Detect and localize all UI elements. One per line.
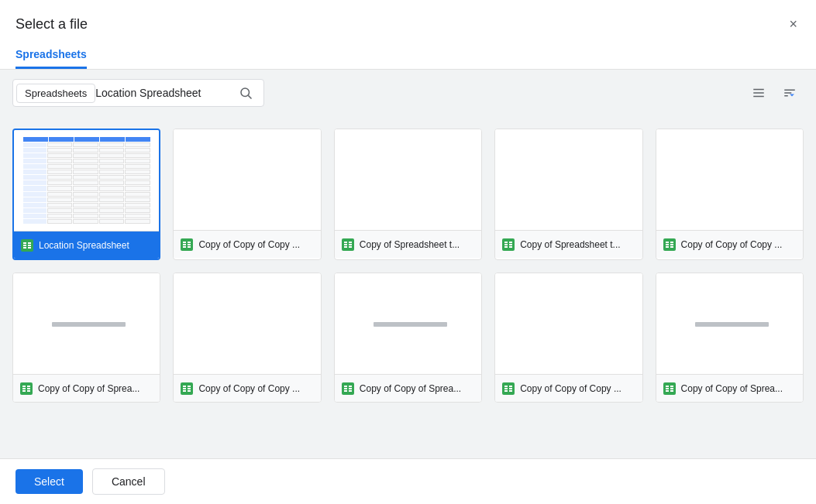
close-button[interactable]: × bbox=[786, 14, 801, 34]
file-card[interactable]: Copy of Copy of Copy ... bbox=[173, 129, 321, 260]
svg-rect-46 bbox=[27, 390, 30, 392]
file-preview bbox=[656, 129, 803, 230]
list-view-button[interactable] bbox=[745, 81, 773, 105]
file-name: Location Spreadsheet bbox=[39, 240, 129, 251]
search-bar: Spreadsheets bbox=[0, 70, 816, 116]
file-preview bbox=[13, 273, 160, 374]
file-card[interactable]: Copy of Copy of Sprea... bbox=[656, 273, 804, 403]
svg-rect-3 bbox=[753, 92, 764, 94]
svg-rect-14 bbox=[183, 244, 186, 245]
svg-rect-57 bbox=[344, 390, 347, 392]
sort-button[interactable] bbox=[776, 81, 804, 105]
svg-rect-55 bbox=[344, 386, 347, 387]
file-name: Copy of Copy of Copy ... bbox=[681, 239, 783, 250]
file-label: Copy of Copy of Sprea... bbox=[13, 374, 160, 402]
cancel-button[interactable]: Cancel bbox=[92, 468, 165, 495]
svg-rect-44 bbox=[27, 386, 30, 387]
svg-rect-68 bbox=[663, 382, 676, 395]
file-picker-dialog: Select a file × Spreadsheets Spreadsheet… bbox=[0, 0, 816, 504]
search-box: Spreadsheets bbox=[12, 79, 264, 107]
tab-spreadsheets[interactable]: Spreadsheets bbox=[15, 40, 87, 69]
file-label: Copy of Copy of Sprea... bbox=[656, 374, 803, 402]
svg-rect-64 bbox=[504, 390, 508, 392]
svg-rect-54 bbox=[342, 382, 354, 395]
file-name: Copy of Copy of Copy ... bbox=[520, 383, 621, 394]
svg-rect-15 bbox=[183, 246, 186, 248]
sheets-icon bbox=[663, 238, 677, 252]
file-label: Copy of Copy of Copy ... bbox=[174, 230, 320, 258]
svg-rect-13 bbox=[183, 242, 186, 243]
svg-rect-19 bbox=[342, 238, 354, 251]
search-button[interactable] bbox=[231, 81, 260, 105]
file-card[interactable]: Copy of Copy of Copy ... bbox=[494, 273, 642, 403]
file-preview bbox=[174, 129, 320, 230]
sort-icon bbox=[783, 86, 797, 100]
sheets-icon bbox=[19, 382, 33, 396]
content-area: Location Spreadsheet Copy of Copy of Cop… bbox=[0, 116, 816, 458]
dialog-title: Select a file bbox=[15, 16, 88, 33]
svg-rect-11 bbox=[28, 247, 31, 249]
sheets-icon bbox=[501, 382, 515, 396]
svg-rect-5 bbox=[21, 239, 33, 252]
svg-rect-47 bbox=[181, 382, 193, 395]
svg-rect-74 bbox=[670, 390, 673, 392]
file-label: Copy of Copy of Copy ... bbox=[495, 374, 642, 402]
toolbar-icons bbox=[745, 81, 804, 105]
svg-rect-25 bbox=[349, 246, 352, 248]
sheets-icon bbox=[180, 382, 194, 396]
svg-rect-56 bbox=[344, 388, 347, 389]
sheets-icon bbox=[501, 238, 515, 252]
svg-rect-6 bbox=[23, 242, 26, 244]
svg-rect-50 bbox=[183, 390, 186, 392]
svg-rect-71 bbox=[666, 390, 669, 392]
svg-rect-21 bbox=[344, 244, 347, 245]
search-input[interactable] bbox=[95, 87, 231, 99]
svg-rect-39 bbox=[670, 246, 673, 248]
svg-rect-40 bbox=[20, 382, 33, 395]
file-preview bbox=[174, 273, 320, 374]
search-icon bbox=[239, 86, 253, 100]
svg-rect-8 bbox=[23, 247, 26, 249]
svg-rect-9 bbox=[28, 242, 31, 244]
sheets-icon bbox=[180, 238, 194, 252]
file-card[interactable]: Copy of Spreadsheet t... bbox=[494, 129, 642, 260]
svg-rect-62 bbox=[504, 386, 508, 387]
dialog-header: Select a file × bbox=[0, 0, 816, 34]
svg-rect-63 bbox=[504, 388, 508, 389]
svg-rect-26 bbox=[502, 238, 515, 251]
file-card[interactable]: Copy of Copy of Copy ... bbox=[656, 129, 804, 260]
file-name: Copy of Copy of Sprea... bbox=[360, 383, 461, 394]
file-label: Copy of Spreadsheet t... bbox=[335, 230, 481, 258]
list-view-icon bbox=[752, 86, 766, 100]
svg-rect-36 bbox=[666, 246, 669, 248]
svg-rect-72 bbox=[670, 386, 673, 387]
svg-rect-29 bbox=[504, 246, 508, 248]
tabs-bar: Spreadsheets bbox=[0, 40, 816, 70]
svg-rect-32 bbox=[509, 246, 512, 248]
svg-rect-12 bbox=[181, 238, 193, 251]
file-card[interactable]: Copy of Copy of Sprea... bbox=[12, 273, 160, 403]
svg-rect-61 bbox=[502, 382, 515, 395]
svg-rect-51 bbox=[188, 386, 191, 387]
svg-rect-67 bbox=[509, 390, 512, 392]
search-tag[interactable]: Spreadsheets bbox=[16, 84, 95, 103]
svg-line-1 bbox=[249, 95, 252, 98]
svg-rect-17 bbox=[188, 244, 191, 245]
file-card[interactable]: Copy of Copy of Sprea... bbox=[334, 273, 482, 403]
files-grid: Location Spreadsheet Copy of Copy of Cop… bbox=[12, 129, 804, 403]
svg-rect-59 bbox=[349, 388, 352, 389]
file-card[interactable]: Copy of Copy of Copy ... bbox=[173, 273, 321, 403]
file-preview bbox=[495, 129, 642, 230]
svg-rect-60 bbox=[349, 390, 352, 392]
file-card[interactable]: Location Spreadsheet bbox=[12, 129, 160, 260]
svg-rect-48 bbox=[183, 386, 186, 387]
svg-rect-28 bbox=[504, 244, 508, 245]
svg-rect-24 bbox=[349, 244, 352, 245]
file-preview bbox=[495, 273, 642, 374]
file-label: Copy of Copy of Sprea... bbox=[335, 374, 481, 402]
select-button[interactable]: Select bbox=[15, 469, 83, 494]
svg-rect-52 bbox=[188, 388, 191, 389]
svg-rect-23 bbox=[349, 242, 352, 243]
file-card[interactable]: Copy of Spreadsheet t... bbox=[334, 129, 482, 260]
svg-rect-66 bbox=[509, 388, 512, 389]
